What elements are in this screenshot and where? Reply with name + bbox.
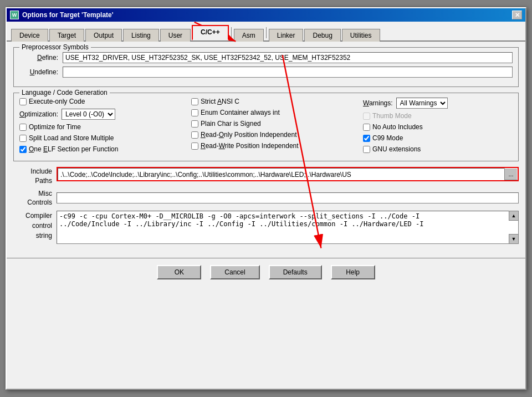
compiler-row: Compiler control string -c99 -c -cpu Cor… — [13, 211, 519, 246]
include-paths-container: ... — [57, 167, 519, 181]
enum-container-label: Enum Container always int — [201, 109, 280, 116]
optimization-select[interactable]: Level 0 (-O0) — [62, 109, 115, 120]
strict-ansi-row: Strict ANSI C — [191, 98, 352, 105]
dialog-content: Preprocessor Symbols Define: Undefine: L… — [7, 42, 525, 255]
gnu-ext-label: GNU extensions — [372, 145, 421, 153]
col3: Warnings: All Warnings Thumb Mode No Aut… — [352, 98, 513, 155]
tab-listing[interactable]: Listing — [123, 29, 159, 42]
readwrite-row: Read-Write Position Independent — [191, 142, 352, 150]
thumb-mode-row: Thumb Mode — [363, 112, 513, 120]
define-label: Define: — [19, 54, 58, 62]
button-bar: OK Cancel Defaults Help — [7, 258, 525, 285]
plain-char-checkbox[interactable] — [191, 120, 198, 128]
language-group: Language / Code Generation Execute-only … — [13, 93, 519, 161]
optimization-row: Optimization: Level 0 (-O0) — [19, 109, 186, 120]
misc-input[interactable] — [57, 192, 519, 203]
cancel-button[interactable]: Cancel — [210, 265, 259, 279]
define-input[interactable] — [63, 52, 513, 63]
scroll-arrows: ▲ ▼ — [509, 211, 519, 244]
tab-output[interactable]: Output — [85, 29, 122, 42]
misc-label: Misc Controls — [13, 189, 52, 208]
one-elf-row: One ELF Section per Function — [19, 145, 186, 153]
tab-user[interactable]: User — [160, 29, 191, 42]
preprocessor-label: Preprocessor Symbols — [19, 43, 91, 51]
optimize-time-row: Optimize for Time — [19, 123, 186, 131]
execute-only-row: Execute-only Code — [19, 98, 186, 105]
tab-cpp[interactable]: C/C++ — [192, 25, 229, 40]
tab-utilities[interactable]: Utilities — [342, 29, 380, 42]
enum-container-row: Enum Container always int — [191, 109, 352, 116]
no-auto-label: No Auto Includes — [372, 123, 423, 131]
readonly-pos-checkbox[interactable] — [191, 131, 198, 139]
split-load-checkbox[interactable] — [19, 135, 27, 142]
language-label: Language / Code Generation — [19, 89, 110, 96]
c99-mode-checkbox[interactable] — [363, 135, 370, 142]
misc-row: Misc Controls — [13, 189, 519, 208]
warnings-select[interactable]: All Warnings — [396, 98, 448, 109]
tab-bar: Device Target Output Listing User C/C++ … — [7, 22, 525, 42]
col1: Execute-only Code Optimization: Level 0 … — [19, 98, 186, 155]
execute-only-checkbox[interactable] — [19, 98, 27, 105]
warnings-row: Warnings: All Warnings — [363, 98, 513, 109]
tab-asm[interactable]: Asm — [234, 29, 264, 42]
readwrite-pos-checkbox[interactable] — [191, 142, 198, 150]
define-row: Define: — [19, 52, 513, 63]
readonly-row: Read-Only Position Independent — [191, 131, 352, 139]
c99-mode-row: C99 Mode — [363, 134, 513, 142]
tab-target[interactable]: Target — [49, 29, 84, 42]
thumb-mode-label: Thumb Mode — [372, 112, 412, 120]
app-icon: W — [10, 11, 19, 19]
readwrite-pos-label: Read-Write Position Independent — [201, 142, 299, 150]
include-paths-input[interactable] — [58, 168, 504, 180]
tab-device[interactable]: Device — [11, 29, 48, 42]
undefine-label: Undefine: — [19, 68, 58, 76]
defaults-button[interactable]: Defaults — [269, 265, 322, 279]
gnu-ext-checkbox[interactable] — [363, 146, 370, 153]
no-auto-checkbox[interactable] — [363, 124, 370, 131]
tab-divider-1 — [231, 27, 232, 38]
plain-char-row: Plain Char is Signed — [191, 120, 352, 128]
scroll-down-arrow[interactable]: ▼ — [509, 234, 519, 244]
enum-container-checkbox[interactable] — [191, 109, 198, 116]
tab-divider-2 — [266, 27, 267, 38]
dialog-title: Options for Target 'Template' — [22, 11, 114, 19]
tab-linker[interactable]: Linker — [269, 29, 304, 42]
help-button[interactable]: Help — [331, 265, 375, 279]
scroll-up-arrow[interactable]: ▲ — [509, 211, 519, 221]
one-elf-checkbox[interactable] — [19, 146, 27, 153]
readonly-pos-label: Read-Only Position Independent — [201, 131, 296, 139]
execute-only-label: Execute-only Code — [29, 98, 85, 105]
warnings-label: Warnings: — [363, 99, 393, 107]
col2: Strict ANSI C Enum Container always int … — [186, 98, 352, 152]
title-bar: W Options for Target 'Template' ✕ — [7, 8, 525, 22]
optimize-time-checkbox[interactable] — [19, 124, 27, 131]
plain-char-label: Plain Char is Signed — [201, 120, 261, 128]
thumb-mode-checkbox[interactable] — [363, 113, 370, 120]
no-auto-row: No Auto Includes — [363, 123, 513, 131]
gnu-ext-row: GNU extensions — [363, 145, 513, 153]
include-browse-button[interactable]: ... — [504, 168, 518, 180]
c99-mode-label: C99 Mode — [372, 134, 403, 142]
tab-debug[interactable]: Debug — [304, 29, 340, 42]
optimize-time-label: Optimize for Time — [29, 123, 81, 131]
compiler-textarea-wrap: -c99 -c -cpu Cortex-M0+ -D__MICROLIB -g … — [57, 211, 519, 246]
ok-button[interactable]: OK — [157, 265, 201, 279]
undefine-input[interactable] — [63, 67, 513, 78]
split-load-row: Split Load and Store Multiple — [19, 134, 186, 142]
undefine-row: Undefine: — [19, 67, 513, 78]
compiler-label: Compiler control string — [13, 211, 52, 241]
include-label: Include Paths — [13, 167, 52, 186]
compiler-textarea[interactable]: -c99 -c -cpu Cortex-M0+ -D__MICROLIB -g … — [57, 211, 519, 244]
strict-ansi-checkbox[interactable] — [191, 98, 198, 105]
preprocessor-group: Preprocessor Symbols Define: Undefine: — [13, 47, 519, 87]
include-row: Include Paths ... — [13, 167, 519, 186]
language-grid: Execute-only Code Optimization: Level 0 … — [19, 98, 513, 155]
split-load-label: Split Load and Store Multiple — [29, 134, 114, 142]
strict-ansi-label: Strict ANSI C — [201, 98, 239, 105]
one-elf-label: One ELF Section per Function — [29, 145, 118, 153]
optimization-label: Optimization: — [19, 110, 58, 118]
close-button[interactable]: ✕ — [512, 11, 522, 19]
